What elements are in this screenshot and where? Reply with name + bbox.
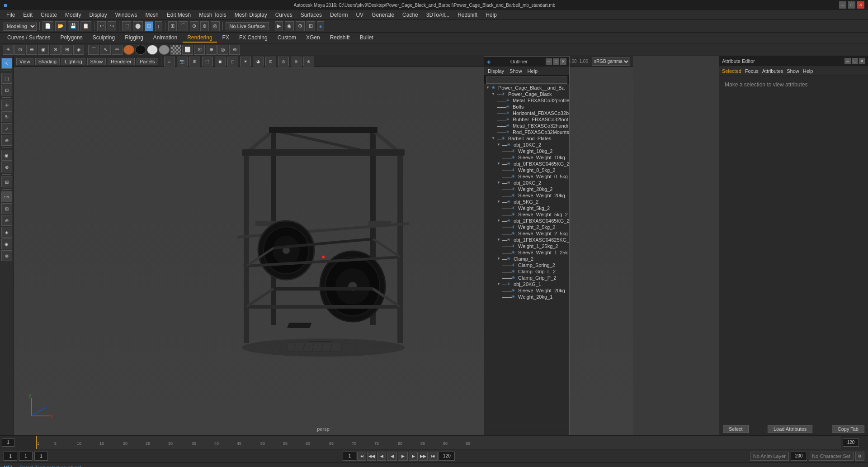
vp-icon-texture[interactable]: ⊡: [265, 57, 276, 67]
tree-weight05[interactable]: — — ✳ Weight_0_5kg_2: [484, 167, 569, 173]
tree-metal-mounts[interactable]: — — ✳ Metal_FBXASCo32handrai: [484, 123, 569, 129]
tool-paint-select[interactable]: ⊡: [1, 85, 12, 95]
tree-weight125[interactable]: — — ✳ Weight_1_25kg_2: [484, 243, 569, 249]
mel-label[interactable]: MEL: [4, 465, 14, 467]
menu-curves[interactable]: Curves: [272, 11, 296, 19]
icon-spot[interactable]: ⊗: [50, 45, 61, 55]
attr-max[interactable]: □: [852, 58, 858, 64]
menu-edit-mesh[interactable]: Edit Mesh: [163, 11, 194, 19]
attr-tab-selected[interactable]: Selected: [722, 68, 741, 74]
icon-ambient[interactable]: ⊙: [14, 45, 25, 55]
tree-weight20kg1[interactable]: — — ✳ Weight_20kg_1: [484, 294, 569, 300]
icon-render2[interactable]: ⊡: [194, 45, 205, 55]
attr-close[interactable]: ✕: [859, 58, 865, 64]
tool-scale[interactable]: ⤢: [1, 123, 12, 134]
render-preview[interactable]: ●: [317, 21, 325, 31]
icon-volume[interactable]: ◈: [73, 45, 84, 55]
tab-fx-caching[interactable]: FX Caching: [235, 33, 272, 43]
vp-tab-show[interactable]: Show: [87, 58, 106, 65]
icon-orange[interactable]: [123, 45, 134, 55]
transform-btn[interactable]: ↕: [155, 21, 162, 31]
menu-3dtoall[interactable]: 3DToAll...: [423, 11, 453, 19]
vp-icon-wireframe[interactable]: ⬚: [202, 57, 213, 67]
frame-field-1[interactable]: [4, 452, 17, 461]
tree-sleeve20kg[interactable]: — — ✳ Sleeve_Weight_20kg_: [484, 192, 569, 199]
outliner-menu-display[interactable]: Display: [486, 68, 506, 74]
tree-sleeve20kg1[interactable]: — — ✳ Sleeve_Weight_20kg_: [484, 287, 569, 294]
vp-icon-shadow[interactable]: ◕: [253, 57, 264, 67]
snap-view-btn[interactable]: ⊗: [200, 21, 209, 31]
tree-obj2fbx[interactable]: ▼ — ✳ obj_2FBXASC0465KG_2: [484, 218, 569, 224]
vp-icon-isolate[interactable]: ⊗: [303, 57, 314, 67]
tree-obj10kg2[interactable]: ▼ — ✳ obj_10KG_2: [484, 142, 569, 148]
vp-tab-panels[interactable]: Panels: [137, 58, 158, 65]
icon-render-region[interactable]: ⬜: [182, 45, 193, 55]
new-btn[interactable]: 📄: [42, 21, 53, 31]
outliner-max[interactable]: □: [553, 58, 559, 65]
paint-btn[interactable]: ⊡: [145, 21, 153, 31]
tree-sleeve5kg[interactable]: — — ✳ Sleeve_Weight_5kg_2: [484, 211, 569, 218]
icon-sun[interactable]: ☀: [3, 45, 14, 55]
tab-curves-surfaces[interactable]: Curves / Surfaces: [3, 33, 55, 43]
close-btn[interactable]: ✕: [857, 1, 864, 9]
tab-bullet[interactable]: Bullet: [355, 33, 378, 43]
vp-tab-renderer[interactable]: Renderer: [108, 58, 135, 65]
icon-curve2[interactable]: ∿: [100, 45, 111, 55]
tree-barbell[interactable]: ▼ — ✳ Barbell_and_Plates: [484, 135, 569, 142]
tool-move[interactable]: ✛: [1, 100, 12, 110]
outliner-close[interactable]: ✕: [560, 58, 566, 65]
range-end[interactable]: [439, 452, 455, 461]
menu-cache[interactable]: Cache: [399, 11, 422, 19]
tree-sleeve10kg[interactable]: — — ✳ Sleeve_Weight_10kg_: [484, 154, 569, 161]
attr-select-btn[interactable]: Select: [723, 425, 749, 433]
tree-sleeve125[interactable]: — — ✳ Sleeve_Weight_1_25k: [484, 249, 569, 256]
save-btn[interactable]: 💾: [68, 21, 79, 31]
tree-clampspring[interactable]: — — ✳ Clamp_Spring_2: [484, 262, 569, 268]
tool-universal[interactable]: ⊕: [1, 135, 12, 146]
icon-checkerboard[interactable]: [170, 45, 181, 55]
icon-black[interactable]: [135, 45, 146, 55]
outliner-menu-show[interactable]: Show: [508, 68, 524, 74]
tree-sleeve05[interactable]: — — ✳ Sleeve_Weight_0_5kg: [484, 173, 569, 180]
menu-deform[interactable]: Deform: [326, 11, 351, 19]
snap-live-btn[interactable]: ◎: [211, 21, 220, 31]
icon-curve-line[interactable]: ⌒: [88, 45, 99, 55]
vp-tab-lighting[interactable]: Lighting: [61, 58, 85, 65]
mode-dropdown[interactable]: Modeling: [3, 22, 37, 31]
snap-grid-btn[interactable]: ⊞: [168, 21, 177, 31]
tab-animation[interactable]: Animation: [149, 33, 182, 43]
tool-snap5[interactable]: ⊗: [1, 250, 12, 261]
timeline-end-field[interactable]: [843, 438, 859, 447]
tool-select[interactable]: ↖: [1, 58, 12, 69]
tab-sculpting[interactable]: Sculpting: [88, 33, 119, 43]
redo-btn[interactable]: ↪: [108, 21, 116, 31]
range-start[interactable]: [343, 452, 356, 461]
tree-obj20kg2[interactable]: ▼ — ✳ obj_20KG_2: [484, 180, 569, 186]
tool-grid[interactable]: ⊞: [1, 203, 12, 214]
tool-snap2[interactable]: ⊕: [1, 215, 12, 226]
tree-obj5kg2[interactable]: ▼ — ✳ obj_5KG_2: [484, 199, 569, 205]
playback-next-frame[interactable]: ▶: [409, 452, 418, 461]
tree-weight5kg[interactable]: — — ✳ Weight_5kg_2: [484, 205, 569, 211]
tree-rod-mounts[interactable]: — — ✳ Rod_FBXASCo32Mounts: [484, 129, 569, 135]
attr-load-btn[interactable]: Load Attributes: [768, 425, 812, 433]
tab-custom[interactable]: Custom: [273, 33, 301, 43]
save-as-btn[interactable]: 📋: [80, 21, 91, 31]
attr-min[interactable]: ─: [844, 58, 851, 64]
playback-go-end[interactable]: ⏭: [429, 452, 438, 461]
attr-tab-show[interactable]: Show: [787, 68, 799, 74]
tool-soft-mod[interactable]: ◉: [1, 150, 12, 161]
menu-help[interactable]: Help: [482, 11, 500, 19]
outliner-min[interactable]: ─: [546, 58, 552, 65]
tab-rendering[interactable]: Rendering: [183, 33, 217, 43]
tree-clamp2[interactable]: ▼ — ✳ Clamp_2: [484, 256, 569, 262]
snap-curve-btn[interactable]: ⌒: [179, 21, 188, 31]
tool-lasso[interactable]: ⬚: [1, 73, 12, 84]
icon-shader[interactable]: ◎: [217, 45, 228, 55]
tree-clampgripl[interactable]: — — ✳ Clamp_Grip_L_2: [484, 268, 569, 275]
menu-mesh[interactable]: Mesh: [142, 11, 162, 19]
playback-play-back[interactable]: ◀: [387, 452, 397, 461]
icon-white[interactable]: [147, 45, 158, 55]
vp-tab-view[interactable]: View: [16, 58, 33, 65]
vp-icon-motion[interactable]: ⊕: [291, 57, 302, 67]
